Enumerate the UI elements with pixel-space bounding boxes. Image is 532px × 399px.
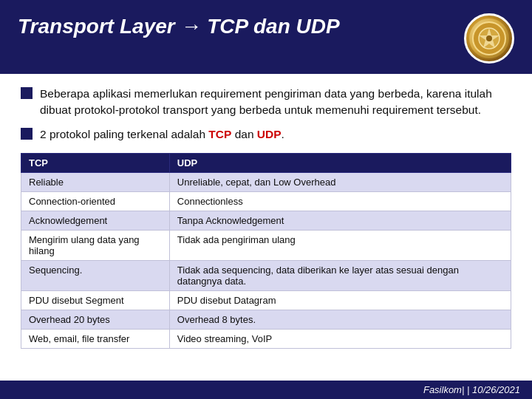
table-row: ReliableUnreliable, cepat, dan Low Overh… xyxy=(21,173,511,192)
table-cell-r7-c1: Video streaming, VoIP xyxy=(169,330,511,349)
slide-title: Transport Layer → TCP dan UDP xyxy=(18,13,340,39)
table-cell-r2-c1: Tanpa Acknowledgement xyxy=(169,211,511,231)
bullet-item-1: Beberapa aplikasi memerlukan requirement… xyxy=(21,86,511,119)
table-cell-r4-c1: Tidak ada sequencing, data diberikan ke … xyxy=(169,261,511,291)
udp-highlight: UDP xyxy=(257,128,282,140)
table-cell-r5-c0: PDU disebut Segment xyxy=(21,291,170,310)
table-row: PDU disebut SegmentPDU disebut Datagram xyxy=(21,291,511,310)
content-area: Beberapa aplikasi memerlukan requirement… xyxy=(0,74,532,381)
footer: Fasilkom| | 10/26/2021 xyxy=(0,381,532,399)
bullet-text-2: 2 protokol paling terkenal adalah TCP da… xyxy=(40,126,284,143)
table-cell-r0-c0: Reliable xyxy=(21,173,170,192)
bullet-square-2 xyxy=(21,128,33,140)
table-cell-r1-c1: Connectionless xyxy=(169,192,511,211)
col-header-udp: UDP xyxy=(169,154,511,173)
logo xyxy=(464,13,514,64)
tcp-highlight: TCP xyxy=(208,128,231,140)
table-cell-r7-c0: Web, email, file transfer xyxy=(21,330,170,349)
table-row: Sequencing.Tidak ada sequencing, data di… xyxy=(21,261,511,291)
table-cell-r1-c0: Connection-oriented xyxy=(21,192,170,211)
table-row: Web, email, file transferVideo streaming… xyxy=(21,330,511,349)
table-cell-r3-c0: Mengirim ulang data yang hilang xyxy=(21,231,170,261)
table-cell-r4-c0: Sequencing. xyxy=(21,261,170,291)
table-cell-r5-c1: PDU disebut Datagram xyxy=(169,291,511,310)
comparison-table: TCP UDP ReliableUnreliable, cepat, dan L… xyxy=(21,153,511,349)
table-row: Connection-orientedConnectionless xyxy=(21,192,511,211)
table-cell-r6-c1: Overhead 8 bytes. xyxy=(169,310,511,330)
table-cell-r0-c1: Unreliable, cepat, dan Low Overhead xyxy=(169,173,511,192)
table-header-row: TCP UDP xyxy=(21,154,511,173)
logo-inner xyxy=(469,18,509,58)
table-row: AcknowledgementTanpa Acknowledgement xyxy=(21,211,511,231)
slide-container: Transport Layer → TCP dan UDP Beberapa a… xyxy=(0,0,532,399)
bullet-list: Beberapa aplikasi memerlukan requirement… xyxy=(21,86,511,143)
table-cell-r2-c0: Acknowledgement xyxy=(21,211,170,231)
bullet-item-2: 2 protokol paling terkenal adalah TCP da… xyxy=(21,126,511,143)
table-cell-r6-c0: Overhead 20 bytes xyxy=(21,310,170,330)
bullet-square-1 xyxy=(21,87,33,99)
footer-text: Fasilkom| | 10/26/2021 xyxy=(423,384,520,395)
svg-point-3 xyxy=(486,35,492,41)
bullet-text-1: Beberapa aplikasi memerlukan requirement… xyxy=(40,86,511,119)
header: Transport Layer → TCP dan UDP xyxy=(0,0,532,74)
col-header-tcp: TCP xyxy=(21,154,170,173)
table-cell-r3-c1: Tidak ada pengiriman ulang xyxy=(169,231,511,261)
table-row: Overhead 20 bytesOverhead 8 bytes. xyxy=(21,310,511,330)
table-row: Mengirim ulang data yang hilangTidak ada… xyxy=(21,231,511,261)
comparison-table-wrapper: TCP UDP ReliableUnreliable, cepat, dan L… xyxy=(21,153,511,349)
